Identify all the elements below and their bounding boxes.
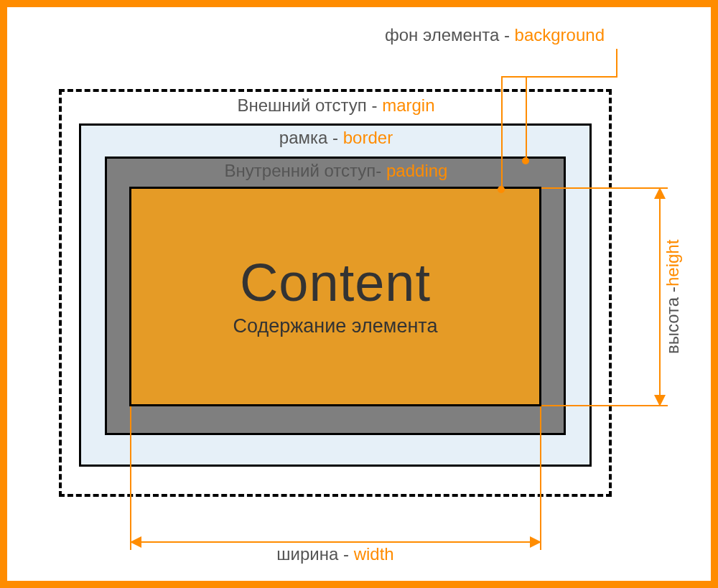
background-label-text: фон элемента - — [385, 25, 515, 45]
leader-background-horizontal — [526, 76, 617, 78]
diagram-stage: фон элемента - background Content Содерж… — [27, 27, 691, 561]
height-label-keyword: height — [663, 239, 683, 286]
border-label-keyword: border — [343, 128, 393, 147]
height-label: высота - height — [663, 187, 683, 406]
background-label-keyword: background — [515, 25, 605, 45]
ext-height-top — [541, 187, 668, 189]
width-label: ширина - width — [129, 544, 541, 564]
padding-label-text: Внутренний отступ- — [225, 161, 386, 180]
border-label: рамка - border — [27, 129, 645, 146]
ext-width-right — [540, 406, 541, 550]
leader-background-vertical — [616, 49, 617, 76]
padding-label-keyword: padding — [386, 161, 447, 180]
margin-label-keyword: margin — [382, 95, 434, 115]
ext-height-bottom — [541, 405, 668, 406]
dot-content-corner — [498, 186, 505, 193]
width-label-text: ширина - — [276, 544, 353, 564]
height-label-text: высота - — [663, 286, 683, 354]
border-label-text: рамка - — [279, 128, 343, 147]
margin-label-text: Внешний отступ - — [237, 95, 382, 115]
leader-background-branch — [501, 76, 527, 78]
dimline-height — [659, 187, 661, 406]
padding-label: Внутренний отступ- padding — [27, 162, 645, 179]
width-label-keyword: width — [354, 544, 394, 564]
dot-padding-corner — [522, 157, 529, 164]
leader-background-down1 — [526, 76, 527, 161]
leader-background-down2 — [501, 76, 503, 190]
diagram-frame: фон элемента - background Content Содерж… — [0, 0, 718, 588]
content-title: Content — [240, 256, 431, 309]
ext-width-left — [130, 406, 131, 550]
margin-label: Внешний отступ - margin — [27, 97, 645, 114]
content-box: Content Содержание элемента — [129, 187, 541, 406]
content-subtitle: Содержание элемента — [233, 315, 438, 337]
background-label: фон элемента - background — [27, 25, 691, 45]
dimline-width — [130, 541, 541, 543]
